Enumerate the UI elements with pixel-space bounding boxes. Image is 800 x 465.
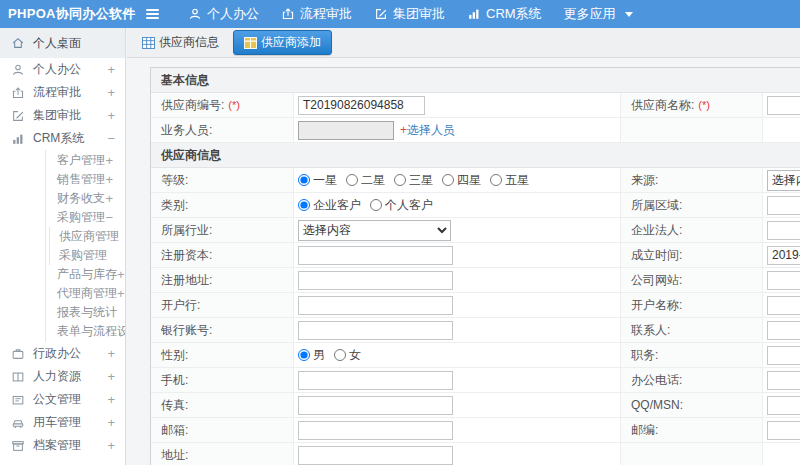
sidebar-item-archive-mgmt[interactable]: 档案管理 +	[0, 434, 125, 457]
sidebar-item-form-workflow-settings[interactable]: 表单与流程设置 +	[46, 322, 125, 341]
gender-radio-female[interactable]: 女	[334, 347, 361, 364]
source-select[interactable]: 选择内容	[767, 170, 800, 191]
sidebar-item-products-inventory[interactable]: 产品与库存 +	[46, 265, 125, 284]
expand-icon[interactable]: +	[105, 154, 113, 167]
field-cell	[294, 293, 621, 317]
topnav-personal-office[interactable]: 个人办公	[177, 0, 270, 28]
radio-input[interactable]	[490, 174, 502, 186]
website-input[interactable]	[767, 271, 800, 290]
position-input[interactable]	[767, 346, 800, 365]
mobile-input[interactable]	[298, 371, 453, 390]
form-row: 所属行业: 选择内容 企业法人:	[151, 218, 800, 243]
grade-radio-4star[interactable]: 四星	[442, 172, 481, 189]
field-label: 所属区域:	[621, 193, 763, 217]
expand-icon[interactable]: +	[107, 63, 115, 76]
sidebar-item-agent-mgmt[interactable]: 代理商管理 +	[46, 284, 125, 303]
expand-icon[interactable]: +	[107, 347, 115, 360]
sidebar-item-official-doc-mgmt[interactable]: 公文管理 +	[0, 388, 125, 411]
expand-icon[interactable]: +	[117, 287, 125, 300]
sidebar-item-vehicle-mgmt[interactable]: 用车管理 +	[0, 411, 125, 434]
topnav-more-apps[interactable]: 更多应用	[553, 0, 644, 28]
grade-radio-5star[interactable]: 五星	[490, 172, 529, 189]
address-input[interactable]	[298, 446, 453, 465]
select-person-link[interactable]: +选择人员	[400, 122, 455, 139]
radio-input[interactable]	[346, 174, 358, 186]
collapse-icon[interactable]: −	[105, 211, 113, 224]
form-row: 手机: 办公电话:	[151, 368, 800, 393]
category-radio-personal[interactable]: 个人客户	[370, 197, 433, 214]
form-row: 开户行: 开户名称:	[151, 293, 800, 318]
grade-radio-2star[interactable]: 二星	[346, 172, 385, 189]
radio-input[interactable]	[370, 199, 382, 211]
supplier-name-input[interactable]	[767, 96, 800, 115]
sidebar-item-personal-desktop[interactable]: 个人桌面	[0, 28, 125, 58]
tab-supplier-add[interactable]: 供应商添加	[233, 30, 332, 55]
supplier-code-input[interactable]	[298, 96, 425, 115]
sidebar-item-hr[interactable]: 人力资源 +	[0, 365, 125, 388]
radio-input[interactable]	[298, 199, 310, 211]
radio-input[interactable]	[394, 174, 406, 186]
form-row: 地址:	[151, 443, 800, 465]
expand-icon[interactable]: +	[107, 86, 115, 99]
sidebar-item-customer-mgmt[interactable]: 客户管理 +	[46, 151, 125, 170]
sidebar-item-purchase-mgmt-sub[interactable]: 采购管理	[50, 246, 125, 265]
zip-input[interactable]	[767, 421, 800, 440]
field-cell	[763, 393, 800, 417]
qq-msn-input[interactable]	[767, 396, 800, 415]
sidebar-item-crm[interactable]: CRM系统 −	[0, 127, 125, 150]
sidebar-item-admin-office[interactable]: 行政办公 +	[0, 342, 125, 365]
bank-account-input[interactable]	[298, 321, 453, 340]
account-name-input[interactable]	[767, 296, 800, 315]
radio-input[interactable]	[298, 349, 310, 361]
form-row: 性别: 男 女 职务:	[151, 343, 800, 368]
gender-radio-male[interactable]: 男	[298, 347, 325, 364]
legal-person-input[interactable]	[767, 221, 800, 240]
sidebar-item-finance[interactable]: 财务收支 +	[46, 189, 125, 208]
tab-supplier-info[interactable]: 供应商信息	[134, 31, 227, 54]
home-icon	[11, 36, 25, 50]
topnav-workflow-approval[interactable]: 流程审批	[270, 0, 363, 28]
sidebar-item-group-approval[interactable]: 集团审批 +	[0, 104, 125, 127]
grade-radio-3star[interactable]: 三星	[394, 172, 433, 189]
expand-icon[interactable]: +	[117, 268, 125, 281]
sidebar-item-personal-office[interactable]: 个人办公 +	[0, 58, 125, 81]
collapse-icon[interactable]: −	[107, 132, 115, 145]
expand-icon[interactable]: +	[107, 109, 115, 122]
field-label: 类别:	[151, 193, 294, 217]
expand-icon[interactable]: +	[107, 393, 115, 406]
fax-input[interactable]	[298, 396, 453, 415]
sidebar-item-purchase-mgmt[interactable]: 采购管理 −	[46, 208, 125, 227]
topnav-group-approval[interactable]: 集团审批	[363, 0, 456, 28]
registered-address-input[interactable]	[298, 271, 453, 290]
registered-capital-input[interactable]	[298, 246, 453, 265]
grade-radio-1star[interactable]: 一星	[298, 172, 337, 189]
sidebar-item-reports-stats[interactable]: 报表与统计	[46, 303, 125, 322]
sidebar-item-workflow-approval[interactable]: 流程审批 +	[0, 81, 125, 104]
expand-icon[interactable]: +	[105, 192, 113, 205]
bank-input[interactable]	[298, 296, 453, 315]
field-cell	[294, 393, 621, 417]
topnav-crm[interactable]: CRM系统	[456, 0, 553, 28]
tabbar: 供应商信息 供应商添加	[127, 28, 800, 58]
radio-input[interactable]	[298, 174, 310, 186]
established-date-input[interactable]	[767, 246, 800, 265]
category-radio-company[interactable]: 企业客户	[298, 197, 361, 214]
sidebar-item-supplier-mgmt[interactable]: 供应商管理	[50, 227, 125, 246]
menu-toggle-icon[interactable]	[142, 5, 163, 23]
radio-input[interactable]	[334, 349, 346, 361]
region-input[interactable]	[767, 196, 800, 215]
sidebar-item-sales-mgmt[interactable]: 销售管理 +	[46, 170, 125, 189]
expand-icon[interactable]: +	[107, 370, 115, 383]
expand-icon[interactable]: +	[105, 173, 113, 186]
expand-icon[interactable]: +	[107, 416, 115, 429]
main-area: 供应商信息 供应商添加 基本信息 供应商编号:(*) 供应商名称:(*)	[127, 28, 800, 465]
office-phone-input[interactable]	[767, 371, 800, 390]
business-person-input[interactable]	[298, 121, 394, 140]
page-content: 基本信息 供应商编号:(*) 供应商名称:(*) 业务人员:	[127, 58, 800, 465]
radio-input[interactable]	[442, 174, 454, 186]
industry-select[interactable]: 选择内容	[298, 220, 451, 241]
contact-input[interactable]	[767, 321, 800, 340]
field-cell	[763, 243, 800, 267]
expand-icon[interactable]: +	[107, 439, 115, 452]
email-input[interactable]	[298, 421, 453, 440]
